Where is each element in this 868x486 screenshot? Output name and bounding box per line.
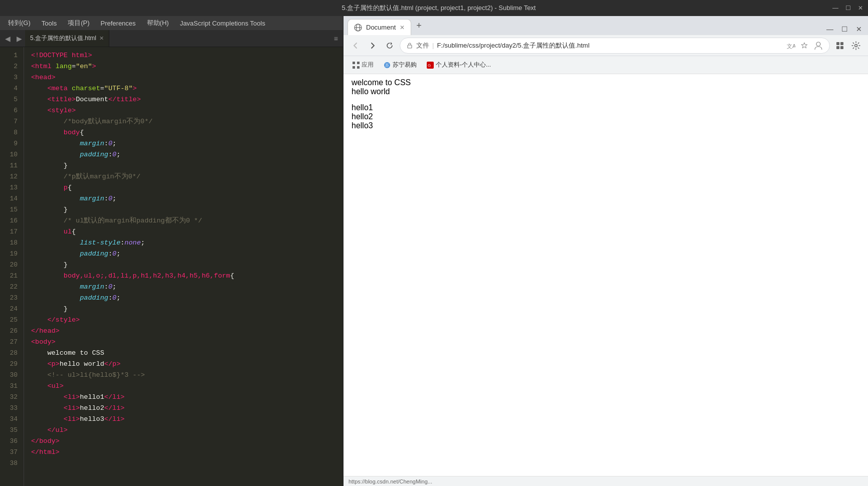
svg-rect-11	[353, 62, 355, 64]
address-separator: |	[432, 42, 434, 49]
browser-toolbar-actions	[833, 39, 863, 53]
bookmark-star-icon[interactable]	[800, 42, 808, 50]
code-line-31: <!-- ul>li{hello$}*3 -->	[31, 370, 343, 381]
title-bar: 5.盒子属性的默认值.html (project, project1, proj…	[0, 0, 868, 16]
svg-point-10	[855, 44, 857, 47]
translate-icon[interactable]: 文A	[786, 41, 795, 50]
browser-panel: Document ✕ + — ☐ ✕	[343, 16, 868, 486]
new-tab-button[interactable]: +	[413, 16, 425, 35]
svg-text:苏: 苏	[385, 63, 389, 68]
svg-rect-8	[836, 46, 839, 49]
code-line-28: <body>	[31, 337, 343, 348]
svg-rect-12	[357, 62, 360, 64]
code-line-17: /* ul默认的margin和padding都不为0 */	[31, 215, 343, 226]
tab-close-button[interactable]: ✕	[99, 35, 104, 42]
content-hello-world: hello world	[352, 87, 860, 96]
globe-icon	[354, 24, 362, 32]
tab-menu-button[interactable]: ≡	[331, 35, 341, 43]
code-editor[interactable]: 12345 678910 1112131415 1617181920 21222…	[0, 47, 343, 486]
menu-project[interactable]: 项目(P)	[63, 18, 94, 29]
code-line-19: list-style:none;	[31, 237, 343, 249]
tab-prev-button[interactable]: ◀	[2, 30, 14, 47]
window-controls[interactable]: — ☐ ✕	[832, 5, 863, 12]
code-line-15: margin:0;	[31, 193, 343, 204]
code-line-7: /*body默认margin不为0*/	[31, 116, 343, 127]
profile-icon[interactable]	[813, 41, 823, 51]
sublime-editor: 转到(G) Tools 项目(P) Preferences 帮助(H) Java…	[0, 16, 343, 486]
address-url: F:/sublime/css/project/day2/5.盒子属性的默认值.h…	[437, 41, 589, 50]
svg-rect-14	[357, 66, 360, 69]
settings-button[interactable]	[849, 39, 863, 53]
menu-bar: 转到(G) Tools 项目(P) Preferences 帮助(H) Java…	[0, 16, 343, 30]
code-line-13: /*p默认margin不为0*/	[31, 171, 343, 182]
code-line-6: <style>	[31, 105, 343, 116]
code-line-12: }	[31, 160, 343, 171]
browser-toolbar: 文件 | F:/sublime/css/project/day2/5.盒子属性的…	[343, 35, 868, 56]
menu-tools[interactable]: Tools	[37, 19, 62, 28]
code-line-4: <meta charset="UTF-8">	[31, 83, 343, 94]
bookmark-suning[interactable]: 苏 苏宁易购	[380, 59, 421, 71]
svg-rect-7	[840, 42, 843, 45]
content-welcome: welcome to CSS	[352, 78, 860, 87]
back-button[interactable]	[349, 39, 363, 53]
refresh-button[interactable]	[383, 39, 397, 53]
bookmark-suning-label: 苏宁易购	[393, 61, 417, 69]
browser-tab-close[interactable]: ✕	[400, 24, 405, 31]
browser-content: welcome to CSS hello world hello1 hello2…	[343, 74, 868, 476]
code-line-9: margin:0;	[31, 138, 343, 149]
browser-status-url: https://blog.csdn.net/ChengMing...	[349, 478, 432, 484]
extensions-button[interactable]	[833, 39, 847, 53]
browser-minimize-button[interactable]: —	[826, 25, 833, 33]
code-line-32: <ul>	[31, 381, 343, 392]
code-line-24: padding:0;	[31, 293, 343, 304]
code-line-26: </style>	[31, 315, 343, 326]
code-line-18: ul{	[31, 226, 343, 237]
browser-close-button[interactable]: ✕	[856, 25, 862, 33]
code-line-29: welcome to CSS	[31, 348, 343, 359]
svg-point-5	[816, 42, 820, 46]
code-line-23: margin:0;	[31, 282, 343, 293]
menu-goto[interactable]: 转到(G)	[3, 18, 36, 29]
code-line-37: </body>	[31, 436, 343, 447]
tab-next-button[interactable]: ▶	[14, 30, 25, 47]
address-bar[interactable]: 文件 | F:/sublime/css/project/day2/5.盒子属性的…	[400, 38, 830, 54]
code-line-22: body,ul,o;,dl,li,p,h1,h2,h3,h4,h5,h6,for…	[31, 271, 343, 282]
code-line-35: <li>hello3</li>	[31, 414, 343, 425]
content-list: hello1 hello2 hello3	[352, 103, 860, 130]
bookmark-profile[interactable]: G 个人资料-个人中心...	[423, 59, 495, 71]
code-line-33: <li>hello1</li>	[31, 392, 343, 403]
code-line-3: <head>	[31, 72, 343, 83]
menu-js-completions[interactable]: JavaScript Completions Tools	[175, 19, 270, 28]
editor-tab[interactable]: 5.盒子属性的默认值.html ✕	[25, 30, 109, 47]
browser-tab[interactable]: Document ✕	[348, 19, 411, 35]
minimize-button[interactable]: —	[832, 5, 838, 12]
close-button[interactable]: ✕	[858, 5, 863, 12]
bookmarks-bar: 应用 苏 苏宁易购 G 个人资料-个人中心...	[343, 56, 868, 74]
code-line-8: body{	[31, 127, 343, 138]
content-hello1: hello1	[352, 103, 860, 112]
code-line-30: <p>hello world</p>	[31, 359, 343, 370]
apps-label: 应用	[362, 61, 374, 69]
apps-button[interactable]: 应用	[349, 59, 378, 71]
code-line-38: </html>	[31, 447, 343, 458]
menu-help[interactable]: 帮助(H)	[142, 18, 174, 29]
content-hello2: hello2	[352, 112, 860, 121]
code-line-10: padding:0;	[31, 149, 343, 160]
code-line-27: </head>	[31, 326, 343, 337]
svg-rect-13	[353, 66, 355, 69]
code-line-1: <!DOCTYPE html>	[31, 50, 343, 61]
line-numbers: 12345 678910 1112131415 1617181920 21222…	[0, 47, 24, 486]
code-line-34: <li>hello2</li>	[31, 403, 343, 414]
maximize-button[interactable]: ☐	[845, 5, 851, 12]
code-line-20: padding:0;	[31, 249, 343, 260]
browser-maximize-button[interactable]: ☐	[841, 25, 848, 33]
tab-bar: ◀ ▶ 5.盒子属性的默认值.html ✕ ≡	[0, 30, 343, 47]
bookmark-profile-label: 个人资料-个人中心...	[436, 61, 491, 69]
browser-tab-label: Document	[366, 24, 396, 31]
menu-preferences[interactable]: Preferences	[95, 19, 140, 28]
tab-label: 5.盒子属性的默认值.html	[30, 34, 96, 43]
window-title: 5.盒子属性的默认值.html (project, project1, proj…	[45, 4, 832, 13]
forward-button[interactable]	[366, 39, 380, 53]
svg-text:文A: 文A	[787, 43, 795, 49]
code-content[interactable]: <!DOCTYPE html> <html lang="en"> <head> …	[24, 47, 343, 486]
